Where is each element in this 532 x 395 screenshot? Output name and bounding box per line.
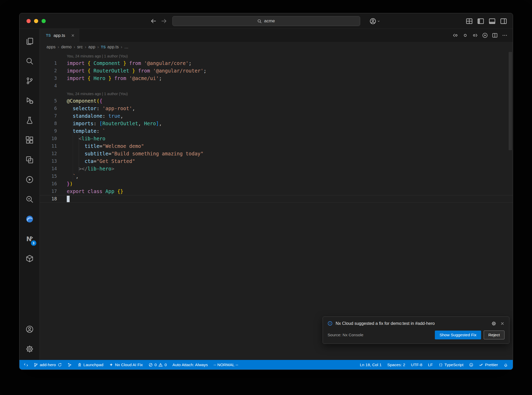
close-tab-icon[interactable] [71, 34, 75, 37]
blame-annotation: You, 24 minutes ago | 1 author (You) [67, 52, 513, 60]
customize-layout[interactable] [466, 18, 473, 25]
code-line-10[interactable]: 10 <lib-hero [40, 135, 513, 142]
status-auto-attach-label: Auto Attach: Always [172, 363, 208, 367]
titlebar-right-icons [466, 13, 507, 29]
status-nx-cloud-ai-fix[interactable]: Nx Cloud AI Fix [106, 360, 146, 370]
activity-item-inspect[interactable] [19, 189, 40, 209]
code-content [67, 82, 513, 90]
code-line-14[interactable]: 14 ></lib-hero> [40, 165, 513, 173]
status-language-mode[interactable]: {}TypeScript [436, 360, 466, 370]
code-line-12[interactable]: 12 subtitle="Build something amazing tod… [40, 150, 513, 157]
status-indentation[interactable]: Spaces: 2 [384, 360, 408, 370]
toggle-primary-sidebar[interactable] [477, 18, 484, 25]
code-line-6[interactable]: 6 selector: 'app-root', [40, 105, 513, 112]
code-line-9[interactable]: 9 template: ` [40, 127, 513, 135]
status-eol[interactable]: LF [425, 360, 436, 370]
code-line-5[interactable]: 5@Component({ [40, 97, 513, 105]
code-content: standalone: true, [67, 112, 513, 120]
zoom-button[interactable] [42, 19, 46, 23]
breadcrumb-item-demo[interactable]: demo [61, 45, 71, 49]
pending-indicator[interactable] [462, 32, 468, 38]
code-line-11[interactable]: 11 title="Welcmoe demo" [40, 142, 513, 150]
previous-change[interactable] [453, 32, 458, 38]
close-icon [500, 321, 504, 326]
code-line-16[interactable]: 16}) [40, 180, 513, 188]
more-actions[interactable] [502, 32, 508, 38]
blame-row[interactable]: You, 24 minutes ago | 1 author (You) [40, 90, 513, 97]
code-line-18[interactable]: 18 [40, 195, 513, 203]
notification-close-icon[interactable] [500, 321, 504, 326]
status-feedback[interactable] [466, 360, 476, 370]
status-prettier[interactable]: Prettier [476, 360, 501, 370]
activity-item-testing[interactable] [19, 110, 40, 130]
activity-item-settings[interactable] [19, 339, 40, 359]
code-line-7[interactable]: 7 standalone: true, [40, 112, 513, 120]
error-icon [149, 363, 153, 367]
account-menu[interactable] [370, 13, 380, 29]
panel-right-icon [500, 18, 507, 25]
status-cursor-position[interactable]: Ln 18, Col 1 [357, 360, 384, 370]
code-line-1[interactable]: 1import { Component } from '@angular/cor… [40, 60, 513, 67]
next-change[interactable] [472, 32, 478, 38]
activity-item-edge-devtools[interactable] [19, 209, 40, 229]
show-suggested-fix-button[interactable]: Show Suggested Fix [435, 331, 481, 339]
status-problems[interactable]: 00 [146, 360, 170, 370]
status-auto-attach[interactable]: Auto Attach: Always [170, 360, 211, 370]
toggle-secondary-sidebar[interactable] [500, 18, 507, 25]
code-line-13[interactable]: 13 cta="Get Started" [40, 157, 513, 165]
editor-scrollbar[interactable] [509, 52, 512, 150]
breadcrumb-item-app-ts[interactable]: TSapp.ts [101, 45, 118, 49]
code-line-3[interactable]: 3import { Hero } from '@acme/ui'; [40, 75, 513, 82]
activity-item-containers[interactable] [19, 249, 40, 268]
status-commit-graph[interactable] [65, 360, 75, 370]
svg-text:{}: {} [439, 363, 442, 367]
command-center-search[interactable]: acme [172, 16, 360, 26]
activity-item-run-debug[interactable] [19, 91, 40, 110]
run-file[interactable] [482, 32, 488, 38]
activity-item-source-control[interactable] [19, 71, 40, 91]
line-number: 16 [40, 180, 67, 188]
breadcrumb-label: apps [46, 45, 56, 49]
status-bar-left: add-heroLaunchpadNx Cloud AI Fix00Auto A… [21, 360, 241, 370]
status-git-branch[interactable]: add-hero [31, 360, 65, 370]
status-encoding[interactable]: UTF-8 [408, 360, 425, 370]
activity-item-search[interactable] [19, 51, 40, 71]
activity-item-extensions[interactable] [19, 130, 40, 150]
code-editor[interactable]: You, 24 minutes ago | 1 author (You)1imp… [40, 52, 513, 360]
code-line-8[interactable]: 8 imports: [RouterOutlet, Hero], [40, 120, 513, 127]
toggle-panel[interactable] [489, 18, 496, 25]
activity-item-remote-explorer[interactable] [19, 150, 40, 170]
go-forward-icon[interactable] [161, 18, 167, 24]
close-button[interactable] [26, 19, 31, 23]
activity-item-accounts[interactable] [19, 319, 40, 339]
line-number: 18 [40, 195, 67, 203]
prev-change-icon [453, 32, 458, 38]
next-change-icon [472, 32, 478, 38]
activity-item-nx-console[interactable]: N3 [19, 229, 40, 249]
status-notifications[interactable] [501, 360, 511, 370]
notification-settings-icon[interactable] [491, 321, 496, 326]
breadcrumb-item-src[interactable]: src [77, 45, 83, 49]
go-back-icon[interactable] [151, 18, 156, 24]
minimize-button[interactable] [34, 19, 38, 23]
status-remote-indicator[interactable] [21, 360, 31, 370]
breadcrumb-item-app[interactable]: app [88, 45, 95, 49]
code-line-17[interactable]: 17export class App {} [40, 188, 513, 195]
breadcrumb-item-more[interactable]: … [124, 45, 129, 49]
code-line-4[interactable]: 4 [40, 82, 513, 90]
notification-source: Source: Nx Console [328, 333, 363, 337]
activity-item-run-panel[interactable] [19, 170, 40, 189]
status-vim-mode[interactable]: -- NORMAL -- [211, 360, 241, 370]
info-icon [328, 321, 332, 326]
blame-row[interactable]: You, 24 minutes ago | 1 author (You) [40, 52, 513, 60]
branch-icon [26, 77, 34, 85]
code-line-15[interactable]: 15 `, [40, 173, 513, 180]
breadcrumb-separator: › [121, 44, 122, 50]
code-line-2[interactable]: 2import { RouterOutlet } from '@angular/… [40, 67, 513, 75]
split-editor[interactable] [492, 32, 498, 38]
status-launchpad[interactable]: Launchpad [75, 360, 106, 370]
tab-app-ts[interactable]: TS app.ts [40, 29, 79, 42]
breadcrumb-item-apps[interactable]: apps [46, 45, 56, 49]
activity-item-explorer[interactable] [19, 31, 40, 51]
reject-button[interactable]: Reject [484, 331, 504, 339]
